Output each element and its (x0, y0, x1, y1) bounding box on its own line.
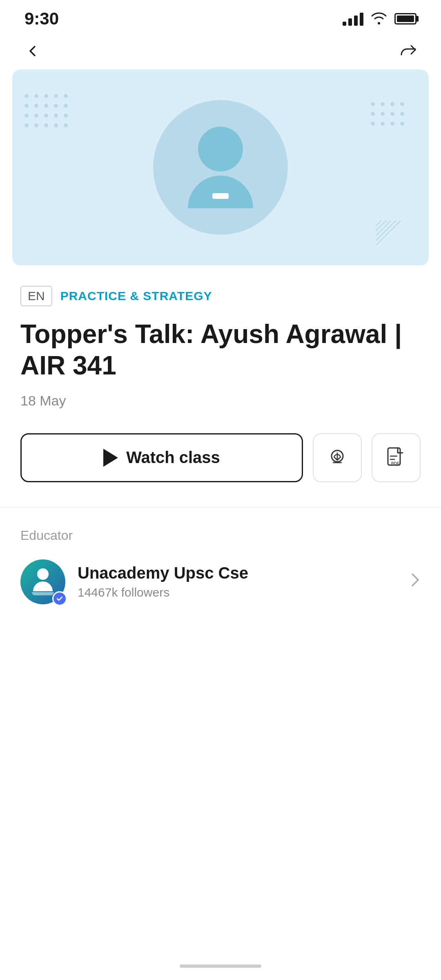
category-tag: PRACTICE & STRATEGY (60, 289, 212, 303)
avatar-head (198, 127, 243, 172)
content-area: EN PRACTICE & STRATEGY Topper's Talk: Ay… (0, 265, 441, 604)
educator-verified-badge (52, 591, 67, 606)
educator-section-label: Educator (20, 528, 421, 543)
battery-icon (394, 13, 416, 24)
language-tag: EN (20, 286, 52, 306)
action-row: Watch class PDF (20, 433, 421, 482)
avatar-collar (212, 193, 229, 199)
download-button[interactable] (313, 433, 362, 482)
pdf-icon: PDF (386, 447, 406, 468)
hero-decoration-lines (376, 220, 412, 253)
chevron-right-icon (409, 571, 421, 592)
status-time: 9:30 (24, 9, 59, 29)
home-indicator (180, 964, 261, 968)
educator-followers: 14467k followers (78, 586, 397, 599)
pdf-button[interactable]: PDF (372, 433, 421, 482)
status-icons (343, 11, 416, 26)
hero-decoration-dots-left (24, 94, 68, 127)
svg-text:PDF: PDF (391, 461, 399, 466)
hero-avatar-circle (153, 100, 288, 235)
educator-avatar (20, 559, 65, 604)
watch-class-label: Watch class (126, 448, 220, 467)
avatar-body (188, 176, 253, 208)
hero-decoration-dots-right (371, 102, 404, 126)
educator-row[interactable]: Unacademy Upsc Cse 14467k followers (20, 559, 421, 604)
watch-class-button[interactable]: Watch class (20, 433, 303, 482)
nav-bar (0, 33, 441, 69)
educator-name: Unacademy Upsc Cse (78, 564, 397, 582)
status-bar: 9:30 (0, 0, 441, 33)
download-icon (327, 447, 348, 468)
hero-thumbnail (12, 69, 429, 265)
tags-row: EN PRACTICE & STRATEGY (20, 286, 421, 306)
play-icon (103, 449, 118, 467)
educator-info: Unacademy Upsc Cse 14467k followers (78, 564, 397, 599)
signal-icon (343, 12, 363, 26)
educator-section: Educator Unacademy Upsc Cse 14467k fol (20, 508, 421, 604)
wifi-icon (371, 11, 387, 26)
class-date: 18 May (20, 393, 421, 409)
educator-avatar-icon (32, 568, 54, 595)
back-button[interactable] (20, 39, 45, 63)
class-title: Topper's Talk: Ayush Agrawal | AIR 341 (20, 318, 421, 381)
share-button[interactable] (396, 39, 421, 63)
